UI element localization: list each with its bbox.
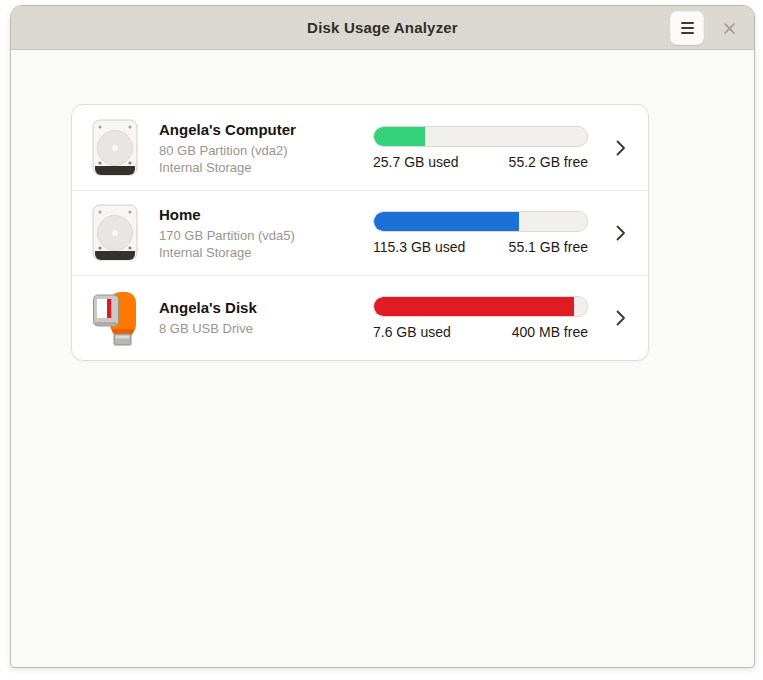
free-label: 55.2 GB free	[509, 154, 588, 170]
device-info: Home 170 GB Partition (vda5) Internal St…	[159, 206, 364, 261]
used-label: 115.3 GB used	[373, 239, 465, 255]
hard-drive-icon	[92, 204, 138, 262]
device-detail-storage: Internal Storage	[159, 244, 364, 261]
used-label: 25.7 GB used	[373, 154, 459, 170]
primary-menu-button[interactable]	[670, 11, 704, 45]
hard-drive-icon	[92, 119, 138, 177]
device-detail-partition: 80 GB Partition (vda2)	[159, 141, 364, 158]
header-bar: Disk Usage Analyzer	[11, 6, 754, 50]
chevron-right-icon	[616, 225, 626, 241]
app-window: Disk Usage Analyzer Angela's Computer 80…	[10, 5, 755, 668]
free-label: 55.1 GB free	[509, 239, 588, 255]
usage-gauge: 25.7 GB used 55.2 GB free	[373, 126, 588, 170]
usage-gauge: 115.3 GB used 55.1 GB free	[373, 211, 588, 255]
device-detail-partition: 8 GB USB Drive	[159, 320, 364, 337]
device-info: Angela's Computer 80 GB Partition (vda2)…	[159, 120, 364, 175]
chevron-right-icon	[616, 310, 626, 326]
device-name: Home	[159, 206, 364, 223]
hamburger-menu-icon	[681, 22, 694, 34]
usb-drive-icon	[92, 289, 138, 347]
window-title: Disk Usage Analyzer	[307, 19, 458, 36]
device-name: Angela's Disk	[159, 299, 364, 316]
device-detail-partition: 170 GB Partition (vda5)	[159, 227, 364, 244]
window-close-button[interactable]	[717, 16, 741, 40]
close-icon	[723, 22, 736, 35]
device-list: Angela's Computer 80 GB Partition (vda2)…	[71, 104, 649, 361]
device-row-home[interactable]: Home 170 GB Partition (vda5) Internal St…	[72, 190, 648, 275]
usage-gauge: 7.6 GB used 400 MB free	[373, 296, 588, 340]
usage-bar-fill	[374, 127, 425, 146]
usage-bar	[373, 296, 588, 317]
device-row-angelas-disk[interactable]: Angela's Disk 8 GB USB Drive 7.6 GB used…	[72, 275, 648, 360]
usage-bar-fill	[374, 212, 519, 231]
chevron-right-icon	[616, 140, 626, 156]
device-info: Angela's Disk 8 GB USB Drive	[159, 299, 364, 337]
device-row-angelas-computer[interactable]: Angela's Computer 80 GB Partition (vda2)…	[72, 105, 648, 190]
usage-bar-fill	[374, 297, 574, 316]
header-controls	[670, 6, 741, 50]
usage-bar	[373, 126, 588, 147]
free-label: 400 MB free	[512, 324, 588, 340]
device-name: Angela's Computer	[159, 120, 364, 137]
device-detail-storage: Internal Storage	[159, 158, 364, 175]
usage-bar	[373, 211, 588, 232]
used-label: 7.6 GB used	[373, 324, 451, 340]
